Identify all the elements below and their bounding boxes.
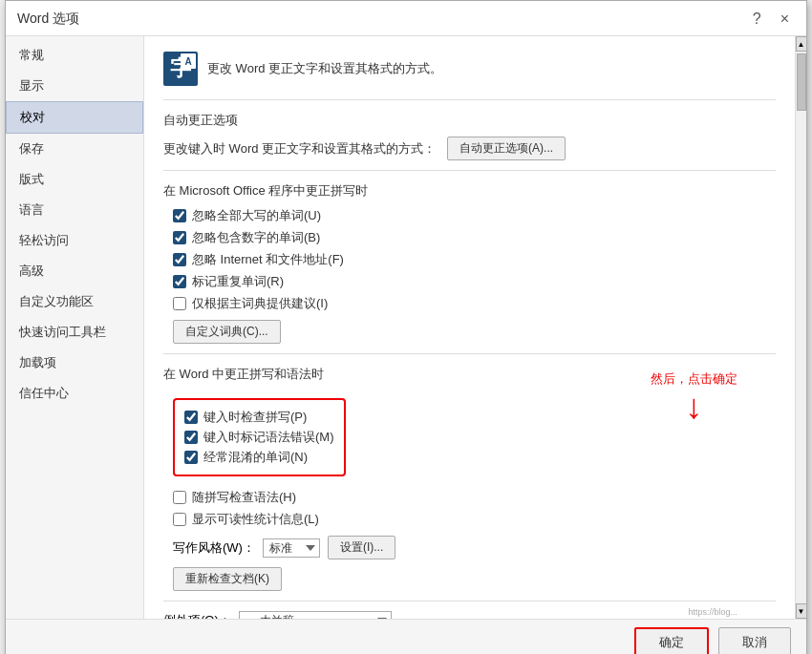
checkbox-row-spell: 键入时检查拼写(P): [184, 409, 334, 426]
checkbox-ignore-internet[interactable]: [173, 253, 186, 266]
dialog-body: 常规 显示 校对 保存 版式 语言 轻松访问 高级 自定义功能区 快速访问工具栏…: [6, 36, 806, 619]
checkbox-suggest-main-dict[interactable]: [173, 297, 186, 310]
cancel-button[interactable]: 取消: [718, 627, 791, 654]
checkbox-grammar-with-spell[interactable]: [173, 491, 186, 504]
word-icon: 字 A: [163, 52, 198, 86]
sidebar-item-save[interactable]: 保存: [6, 134, 143, 164]
sidebar-item-advanced[interactable]: 高级: [6, 256, 143, 286]
checkbox-label-2: 忽略 Internet 和文件地址(F): [192, 251, 344, 268]
exceptions-select[interactable]: ㎝ 木兰辞: [239, 611, 392, 619]
close-button[interactable]: ×: [775, 9, 795, 30]
dialog-title: Word 选项: [17, 11, 79, 28]
section-description: 更改 Word 更正文字和设置其格式的方式。: [207, 60, 442, 77]
scrollbar-thumb[interactable]: [797, 53, 806, 111]
checkbox-readability[interactable]: [173, 513, 186, 526]
checkbox-row-confused: 经常混淆的单词(N): [184, 449, 334, 466]
checkbox-label-0: 忽略全部大写的单词(U): [192, 207, 321, 224]
scrollbar-up-button[interactable]: ▲: [796, 36, 807, 52]
highlighted-checkboxes-group: 键入时检查拼写(P) 键入时标记语法错误(M) 经常混淆的单词(N): [173, 398, 346, 476]
sidebar-item-proofing[interactable]: 校对: [6, 101, 143, 134]
checkbox-row-1: 忽略包含数字的单词(B): [173, 229, 776, 246]
sidebar-item-layout[interactable]: 版式: [6, 164, 143, 195]
exceptions-label: 例外项(O)：: [163, 612, 231, 619]
custom-dictionary-button[interactable]: 自定义词典(C)...: [173, 320, 281, 344]
sidebar: 常规 显示 校对 保存 版式 语言 轻松访问 高级 自定义功能区 快速访问工具栏…: [6, 36, 144, 619]
dialog-footer: 确定 取消: [6, 619, 806, 654]
checkbox-row-0: 忽略全部大写的单词(U): [173, 207, 776, 224]
divider-1: [163, 99, 776, 100]
exceptions-row: 例外项(O)： ㎝ 木兰辞: [163, 611, 776, 619]
settings-button[interactable]: 设置(I)...: [328, 536, 395, 559]
write-style-label: 写作风格(W)：: [173, 539, 255, 557]
checkbox-label-3: 标记重复单词(R): [192, 273, 284, 290]
checkbox-label-grammar-spell: 随拼写检查语法(H): [192, 489, 296, 506]
word-icon-inner: A: [181, 53, 196, 69]
section-header: 字 A 更改 Word 更正文字和设置其格式的方式。: [163, 52, 776, 86]
msoffice-section-label: 在 Microsoft Office 程序中更正拼写时: [163, 182, 776, 200]
sidebar-item-quick-access[interactable]: 快速访问工具栏: [6, 317, 143, 348]
checkbox-row-readability: 显示可读性统计信息(L): [173, 511, 776, 528]
checkbox-ignore-numbers[interactable]: [173, 231, 186, 244]
checkbox-label-4: 仅根据主词典提供建议(I): [192, 295, 328, 312]
checkbox-row-3: 标记重复单词(R): [173, 273, 776, 290]
write-style-row: 写作风格(W)： 标准 正式 技术 设置(I)...: [173, 536, 776, 559]
main-content: 字 A 更改 Word 更正文字和设置其格式的方式。 自动更正选项 更改键入时 …: [144, 36, 795, 619]
autocorrect-label: 更改键入时 Word 更正文字和设置其格式的方式：: [163, 140, 436, 158]
sidebar-item-addins[interactable]: 加载项: [6, 348, 143, 378]
checkbox-label-grammar: 键入时标记语法错误(M): [203, 429, 334, 446]
checkbox-label-spell: 键入时检查拼写(P): [203, 409, 307, 426]
checkbox-label-readability: 显示可读性统计信息(L): [192, 511, 319, 528]
autocorrect-section-label: 自动更正选项: [163, 112, 776, 129]
recheck-document-button[interactable]: 重新检查文档(K): [173, 567, 282, 591]
scrollbar-down-button[interactable]: ▼: [796, 603, 807, 619]
autocorrect-options-button[interactable]: 自动更正选项(A)...: [447, 137, 566, 160]
annotation-right-arrow: ↓: [686, 390, 703, 424]
title-bar-controls: ? ×: [747, 9, 795, 30]
checkbox-row-4: 仅根据主词典提供建议(I): [173, 295, 776, 312]
checkbox-mark-grammar[interactable]: [184, 431, 198, 444]
checkbox-label-1: 忽略包含数字的单词(B): [192, 229, 320, 246]
title-bar: Word 选项 ? ×: [6, 1, 806, 36]
checkbox-ignore-uppercase[interactable]: [173, 209, 186, 222]
sidebar-item-trust-center[interactable]: 信任中心: [6, 378, 143, 409]
checkbox-label-confused: 经常混淆的单词(N): [203, 449, 308, 466]
divider-4: [163, 601, 776, 601]
divider-2: [163, 170, 776, 171]
checkbox-spell-check-typing[interactable]: [184, 411, 198, 424]
word-section-label: 在 Word 中更正拼写和语法时: [163, 366, 776, 383]
checkbox-flag-repeated[interactable]: [173, 275, 186, 288]
checkbox-confused-words[interactable]: [184, 451, 198, 464]
sidebar-item-accessibility[interactable]: 轻松访问: [6, 225, 143, 256]
confirm-button[interactable]: 确定: [634, 627, 709, 654]
checkbox-row-2: 忽略 Internet 和文件地址(F): [173, 251, 776, 268]
checkbox-row-grammar-spell: 随拼写检查语法(H): [173, 489, 776, 506]
divider-3: [163, 353, 776, 354]
sidebar-item-general[interactable]: 常规: [6, 40, 143, 71]
autocorrect-row: 更改键入时 Word 更正文字和设置其格式的方式： 自动更正选项(A)...: [163, 137, 776, 160]
sidebar-item-language[interactable]: 语言: [6, 195, 143, 225]
write-style-select[interactable]: 标准 正式 技术: [263, 538, 320, 558]
sidebar-item-customize-ribbon[interactable]: 自定义功能区: [6, 286, 143, 317]
word-options-dialog: Word 选项 ? × 常规 显示 校对 保存 版式 语言 轻松访问 高级 自定…: [5, 0, 807, 654]
help-button[interactable]: ?: [747, 9, 767, 30]
scrollbar-track: ▲ ▼: [795, 36, 806, 619]
sidebar-item-display[interactable]: 显示: [6, 71, 143, 101]
checkbox-row-grammar: 键入时标记语法错误(M): [184, 429, 334, 446]
